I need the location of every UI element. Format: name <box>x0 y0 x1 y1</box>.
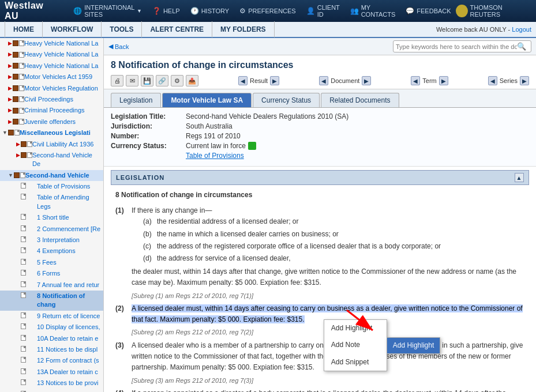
settings-button[interactable]: ⚙ <box>171 75 183 86</box>
sidebar-item-3-interpretation[interactable]: 3 Interpretation <box>0 235 103 246</box>
client-id-nav[interactable]: 👤 CLIENT ID <box>302 2 344 20</box>
help-nav[interactable]: ❓ HELP <box>148 5 185 17</box>
sidebar-item-11-notices[interactable]: 11 Notices to be displ <box>0 344 103 355</box>
sub-provision-1a: (a) the residential address of a license… <box>132 216 524 227</box>
gear-icon: ⚙ <box>239 7 246 15</box>
add-snippet-menu-item[interactable]: Add Snippet <box>324 354 387 371</box>
sidebar-item-6-forms[interactable]: 6 Forms <box>0 268 103 279</box>
tab-currency-status[interactable]: Currency Status <box>253 93 320 107</box>
document-search-box[interactable]: 🔍 <box>393 40 531 52</box>
term-next-button[interactable]: ▶ <box>439 76 448 85</box>
provision-1-num: (1) <box>115 205 132 288</box>
workflow-nav[interactable]: WORKFLOW <box>43 21 102 37</box>
my-folders-nav[interactable]: MY FOLDERS <box>212 21 274 37</box>
feedback-nav[interactable]: 💬 FEEDBACK <box>401 5 455 17</box>
table-of-provisions-link[interactable]: Table of Provisions <box>186 152 244 160</box>
document-next-button[interactable]: ▶ <box>362 76 371 85</box>
document-search-input[interactable] <box>396 43 517 50</box>
brand-logo-circle <box>456 5 468 17</box>
international-sites-nav[interactable]: 🌐 INTERNATIONAL SITES ▼ <box>69 2 147 20</box>
sidebar-item-13a-dealer[interactable]: 13A Dealer to retain c <box>0 367 103 378</box>
sidebar-item-miscellaneous-legislati[interactable]: ▼ Miscellaneous Legislati <box>0 127 103 138</box>
export-button[interactable]: 📤 <box>186 75 198 86</box>
tab-related-documents[interactable]: Related Documents <box>321 93 399 107</box>
content-toolbar: ◀ Back 🔍 <box>104 38 536 55</box>
link-button[interactable]: 🔗 <box>156 75 168 86</box>
term-prev-button[interactable]: ◀ <box>411 76 420 85</box>
legislation-title-row: Legislation Title: Second-hand Vehicle D… <box>111 112 529 120</box>
tab-legislation[interactable]: Legislation <box>111 93 161 107</box>
provision-3-num: (3) <box>115 340 132 374</box>
result-next-button[interactable]: ▶ <box>270 76 279 85</box>
term-nav-group: ◀ Term ▶ <box>411 76 448 85</box>
preferences-nav[interactable]: ⚙ PREFERENCES <box>235 5 301 17</box>
sidebar-item-2-commencement[interactable]: 2 Commencement [Re <box>0 224 103 235</box>
sidebar-item-4-exemptions[interactable]: 4 Exemptions <box>0 246 103 257</box>
sidebar-item-table-amending[interactable]: Table of Amending Legs <box>0 192 103 212</box>
save-button[interactable]: 💾 <box>141 75 153 86</box>
sidebar-item-criminal-proceedings[interactable]: ▶ Criminal Proceedings <box>0 105 103 116</box>
my-contacts-nav[interactable]: 👥 MY CONTACTS <box>346 2 400 20</box>
footnote-3: [Subreg (3) am Regs 212 of 2010, reg 7(3… <box>132 376 524 386</box>
sidebar-item-13-notices[interactable]: 13 Notices to be provi <box>0 378 103 389</box>
chevron-down-icon: ▼ <box>137 8 142 14</box>
content-area: ◀ Back 🔍 8 Notification of change in cir… <box>104 38 536 392</box>
sidebar-item-7-annual-fee[interactable]: 7 Annual fee and retur <box>0 280 103 291</box>
sidebar-item-civil-liability[interactable]: ▶ Civil Liability Act 1936 <box>0 139 103 150</box>
sidebar-item-9-return[interactable]: 9 Return etc of licence <box>0 311 103 322</box>
sidebar: ▶ Heavy Vehicle National La ▶ Heavy Vehi… <box>0 38 104 392</box>
logout-link[interactable]: Logout <box>512 26 531 33</box>
jurisdiction-row: Jurisdiction: South Australia <box>111 122 529 130</box>
sidebar-item-juvenile-offenders[interactable]: ▶ Juvenile offenders <box>0 116 103 127</box>
sidebar-item-12-form[interactable]: 12 Form of contract (s <box>0 355 103 366</box>
home-nav[interactable]: HOME <box>5 21 43 37</box>
sidebar-item-table-of-provisions[interactable]: Table of Provisions <box>0 181 103 192</box>
second-nav-bar: HOME WORKFLOW TOOLS ALERT CENTRE MY FOLD… <box>0 22 536 38</box>
print-button[interactable]: 🖨 <box>111 75 123 86</box>
scroll-up-button[interactable]: ▲ <box>515 173 524 182</box>
number-row: Number: Regs 191 of 2010 <box>111 132 529 140</box>
series-nav-group: ◀ Series ▶ <box>488 76 529 85</box>
provision-4-num: (4) <box>115 388 132 392</box>
add-highlight-sub-button[interactable]: Add Highlight <box>387 338 440 353</box>
sub-provision-1b: (b) the name in which a licensed dealer … <box>132 229 524 240</box>
series-prev-button[interactable]: ◀ <box>488 76 497 85</box>
sidebar-item-motor-vehicles-reg[interactable]: ▶ Motor Vehicles Regulation <box>0 83 103 94</box>
sub-provision-1d: (d) the address for service of a license… <box>132 253 524 264</box>
currency-row: Currency Status: Current law in force <box>111 142 529 150</box>
sidebar-item-motor-vehicles-act[interactable]: ▶ Motor Vehicles Act 1959 <box>0 71 103 82</box>
sidebar-item-10a-dealer[interactable]: 10A Dealer to retain e <box>0 333 103 344</box>
tools-nav[interactable]: TOOLS <box>102 21 142 37</box>
sidebar-item-14-sale[interactable]: 14 Sale of vehicle and <box>0 389 103 393</box>
sidebar-item-1-short-title[interactable]: 1 Short title <box>0 212 103 223</box>
icon-toolbar: 🖨 ✉ 💾 🔗 ⚙ 📤 ◀ Result ▶ ◀ Document ▶ ◀ Te… <box>104 73 536 89</box>
sidebar-item-second-hand-vehicle-de[interactable]: ▶ Second-hand Vehicle De <box>0 150 103 170</box>
sidebar-item-second-hand-vehicle[interactable]: ▼ Second-hand Vehicle <box>0 170 103 181</box>
number-label: Number: <box>111 132 186 140</box>
back-arrow-icon: ◀ <box>108 43 113 50</box>
sidebar-item-heavy-vehicle-2[interactable]: ▶ Heavy Vehicle National La <box>0 49 103 60</box>
sidebar-item-civil-proceedings[interactable]: ▶ Civil Proceedings <box>0 94 103 105</box>
search-icon: 🔍 <box>517 42 526 51</box>
legislation-title-value: Second-hand Vehicle Dealers Regulations … <box>186 112 348 120</box>
clock-icon: 🕐 <box>190 7 199 15</box>
sidebar-item-5-fees[interactable]: 5 Fees <box>0 257 103 268</box>
currency-status-icon <box>248 142 256 150</box>
history-nav[interactable]: 🕐 HISTORY <box>186 5 234 17</box>
provision-1-continuation: the dealer must, within 14 days after th… <box>132 266 524 288</box>
welcome-message: Welcome back AU ONLY - Logout <box>436 26 531 33</box>
result-prev-button[interactable]: ◀ <box>238 76 248 85</box>
tab-motor-vehicle-law-sa[interactable]: Motor Vehicle Law SA <box>162 93 252 107</box>
sidebar-item-8-notification[interactable]: 8 Notification of chang <box>0 291 103 311</box>
provision-2-content: A licensed dealer must, within 14 days a… <box>132 303 524 325</box>
sidebar-item-heavy-vehicle-3[interactable]: ▶ Heavy Vehicle National La <box>0 61 103 71</box>
series-next-button[interactable]: ▶ <box>520 76 529 85</box>
result-nav-label: Result <box>250 77 268 84</box>
document-prev-button[interactable]: ◀ <box>319 76 328 85</box>
sidebar-item-heavy-vehicle-1[interactable]: ▶ Heavy Vehicle National La <box>0 38 103 49</box>
back-button[interactable]: ◀ Back <box>108 43 129 50</box>
email-button[interactable]: ✉ <box>126 75 138 86</box>
sidebar-item-10-display[interactable]: 10 Display of licences, <box>0 322 103 333</box>
series-nav-label: Series <box>500 77 518 84</box>
alert-centre-nav[interactable]: ALERT CENTRE <box>142 21 212 37</box>
